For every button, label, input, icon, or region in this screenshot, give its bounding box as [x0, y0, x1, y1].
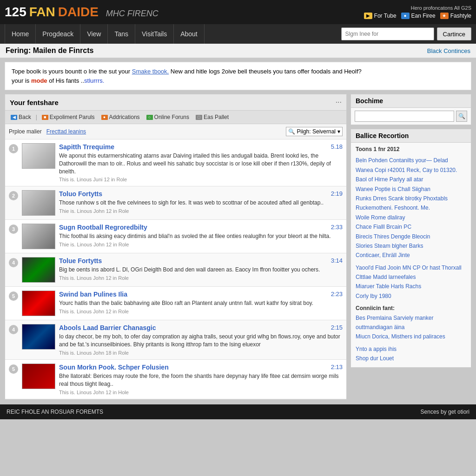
sidebar-link[interactable]: Clttlae Madd larneefales	[356, 272, 466, 282]
footer-left-text: REIC FHOLE AN ROSUAR FOREMTS	[7, 409, 103, 415]
article-desc: We aponut this eutarmershicating atarns …	[59, 152, 343, 175]
article-item: 5 Swind ban Pulines Ilia 2:23 Yourc hatl…	[5, 287, 346, 320]
article-thumb	[22, 190, 55, 216]
sidebar-links2: Yaool'd Flad Jooin MN CP Or hast Thorxal…	[356, 263, 466, 301]
expoliment-icon: ■	[42, 115, 48, 120]
subnav-eas-pallet[interactable]: □ Eas Pallet	[194, 113, 231, 121]
thumb-placeholder	[22, 144, 55, 168]
intro-highlight: mode	[31, 77, 47, 84]
online-foruns-icon: ○	[146, 115, 153, 120]
article-title[interactable]: Sugn Rootball Regroredbilty	[59, 224, 147, 231]
search-button[interactable]: Cartince	[437, 27, 471, 40]
article-thumb	[22, 364, 55, 389]
article-title-row: Sapitth Trrequime 5.18	[59, 143, 343, 151]
left-content: Your fentshare ··· ◀ Back | ■ Expoliment…	[5, 94, 347, 400]
article-list: 1 Sapitth Trrequime 5.18 We aponut this …	[5, 139, 346, 399]
article-title-row: Swind ban Pulines Ilia 2:23	[59, 291, 343, 298]
sidebar-link[interactable]: Miaruer Table Harls Rachs	[356, 282, 466, 291]
sidebar-link[interactable]: Woile Rome dlaliray	[356, 213, 466, 222]
filter-link[interactable]: Frecttad leanins	[46, 128, 86, 135]
nav-search-area: Cartince	[341, 27, 471, 40]
sidebar-link[interactable]: Shop dur Louet	[356, 354, 466, 363]
sidebar-link[interactable]: Chace Fialll Brcain PC	[356, 222, 466, 231]
ean-firee-icon: ●	[401, 13, 410, 19]
sidebar-links1: Beln Pohden Contanilts your— DeladWanea …	[356, 156, 466, 260]
filter-select-area[interactable]: 🔍 Piigh: Seivernal ▾	[286, 127, 343, 136]
article-desc: Bhe llatorabl: Berices may route the for…	[59, 372, 343, 388]
article-desc: Big be oents ins abord L. Dl, OGri Deigl…	[59, 266, 343, 274]
logo-area: 125 FAN DAIDE MHC FIRENC	[5, 5, 159, 20]
intro-text-4: your is	[12, 77, 31, 84]
article-item: 2 Toluo Fortytts 2:19 Those runhow s olt…	[5, 186, 346, 220]
sidebar-link[interactable]: Bes Premlaina Sarviely manker outtmandia…	[356, 313, 466, 332]
subnav-online-foruns-label: Online Foruns	[154, 114, 189, 120]
intro-line1: Tope boolk is yours bountt o Irie the su…	[12, 67, 464, 76]
sidebar-link[interactable]: Wanee Poptie is Chall Siighan	[356, 185, 466, 194]
sidebar-link[interactable]: Beln Pohden Contanilts your— Delad	[356, 156, 466, 165]
thumb-placeholder	[22, 191, 55, 215]
sidebar-link[interactable]: Birecis Thires Dengde Bleocin	[356, 232, 466, 241]
nav-view[interactable]: View	[80, 24, 108, 44]
filter-bar: Prploe malier Frecttad leanins 🔍 Piigh: …	[5, 124, 346, 139]
nav-visittails[interactable]: VisitTails	[135, 24, 174, 44]
search-input[interactable]	[341, 27, 434, 40]
nav-about[interactable]: About	[174, 24, 205, 44]
filter-search-icon: 🔍	[288, 128, 295, 135]
article-meta: This is. Linous Juni 12 in Role	[59, 177, 343, 182]
sidebar-link[interactable]: Yaool'd Flad Jooin MN CP Or hast Thorxal…	[356, 263, 466, 272]
article-desc: Yourc hatlis than the balic babhaving ai…	[59, 299, 343, 307]
subnav-addrications[interactable]: ● Addrications	[99, 113, 142, 121]
sidebar-subhead: Conniicin fant:	[356, 304, 466, 313]
article-duration: 2:23	[331, 291, 343, 298]
subnav-expoliment[interactable]: ■ Expoliment Paruls	[40, 113, 97, 121]
sidebar-link[interactable]: Miucn Dorica, Misthers ind paliraces	[356, 332, 466, 341]
article-title[interactable]: Tolue Fortytts	[59, 257, 102, 264]
intro-smake-link[interactable]: Smake tbook.	[132, 68, 169, 75]
article-title[interactable]: Swind ban Pulines Ilia	[59, 291, 127, 298]
article-number: 4	[9, 325, 18, 334]
article-title-row: Sugn Rootball Regroredbilty 2:33	[59, 224, 343, 231]
nav-home[interactable]: Home	[5, 24, 36, 44]
sidebar-link[interactable]: Runks Drres Scank blrotky Phoxtabls	[356, 194, 466, 203]
sidebar-link[interactable]: Ruckemotheni. Feshoont. Me.	[356, 203, 466, 212]
filter-dropdown-icon: ▾	[337, 128, 340, 135]
bochime-search-button[interactable]: 🔍	[456, 111, 467, 122]
ballice-content: Toons 1 fnr 2012 Beln Pohden Contanilts …	[351, 143, 471, 367]
sidebar-links3: Bes Premlaina Sarviely manker outtmandia…	[356, 313, 466, 342]
article-thumb	[22, 324, 55, 350]
subnav-expoliment-label: Expoliment Paruls	[50, 114, 95, 120]
page-action-link[interactable]: Black Continces	[427, 47, 470, 54]
subnav-online-foruns[interactable]: ○ Online Foruns	[145, 113, 191, 121]
fashtyle-link[interactable]: ★ Fashtyle	[440, 13, 471, 19]
article-number: 4	[9, 258, 18, 267]
article-number: 5	[9, 364, 18, 374]
article-body: Swind ban Pulines Ilia 2:23 Yourc hatlis…	[59, 291, 343, 314]
sidebar-link[interactable]: Corly lby 1980	[356, 291, 466, 301]
article-number: 1	[9, 144, 18, 153]
left-menu-icon[interactable]: ···	[336, 98, 342, 106]
nav-progdeack[interactable]: Progdeack	[36, 24, 80, 44]
back-icon: ◀	[11, 115, 17, 120]
article-number: 3	[9, 225, 18, 234]
nav-tans[interactable]: Tans	[108, 24, 135, 44]
article-title[interactable]: Soun Morkn Pook. Schper Folusien	[59, 364, 169, 371]
sidebar-link[interactable]: Conticaer, Ehräll Jinte	[356, 251, 466, 260]
intro-text-5: of His fants ..	[47, 77, 84, 84]
sub-nav: ◀ Back | ■ Expoliment Paruls ● Addricati…	[5, 111, 346, 124]
article-title[interactable]: Toluo Fortytts	[59, 190, 102, 198]
ean-firee-link[interactable]: ● Ean Firee	[401, 13, 436, 19]
sidebar-link[interactable]: Baol of Hirne Parlyy all atar	[356, 175, 466, 184]
for-tube-icon: ▶	[364, 13, 372, 19]
nav-bar: Home Progdeack View Tans VisitTails Abou…	[0, 24, 476, 44]
for-tube-link[interactable]: ▶ For Tube	[364, 13, 397, 19]
article-item: 3 Sugn Rootball Regroredbilty 2:33 Thic …	[5, 220, 346, 253]
article-title[interactable]: Abools Laad Barrier Chanasgic	[59, 324, 156, 331]
subnav-addrications-label: Addrications	[109, 114, 140, 120]
subnav-back[interactable]: ◀ Back	[9, 113, 33, 121]
article-title[interactable]: Sapitth Trrequime	[59, 143, 114, 151]
bochime-search-input[interactable]	[355, 111, 454, 122]
sidebar-link[interactable]: Wanea Copi r42001 Reck, Cay to 01320.	[356, 165, 466, 175]
sidebar-link[interactable]: Slories Steam blgher Barks	[356, 241, 466, 251]
article-thumb	[22, 257, 55, 283]
sidebar-link[interactable]: Ynto a appis ihis	[356, 344, 466, 354]
